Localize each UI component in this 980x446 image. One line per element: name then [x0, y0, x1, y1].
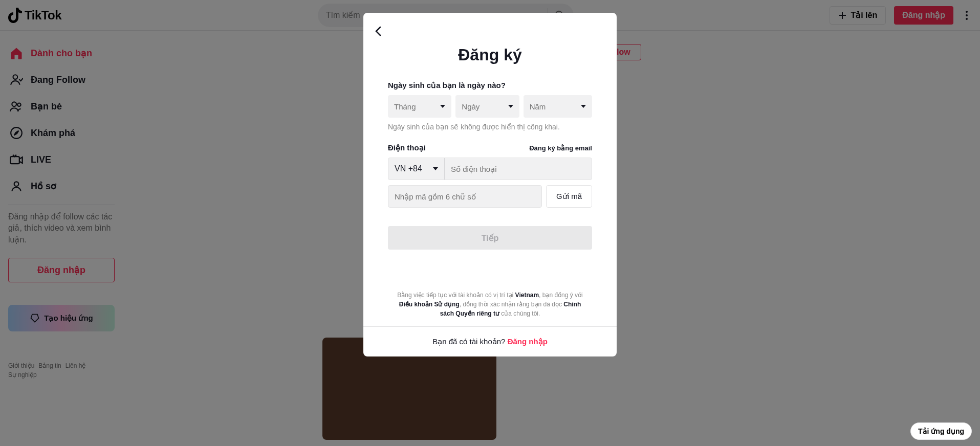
year-select[interactable]: Năm	[524, 95, 592, 118]
day-select[interactable]: Ngày	[455, 95, 519, 118]
year-placeholder: Năm	[530, 102, 546, 111]
caret-down-icon	[440, 105, 445, 108]
day-placeholder: Ngày	[462, 102, 480, 111]
send-code-button[interactable]: Gửi mã	[546, 185, 592, 208]
modal-footer: Bạn đã có tài khoản? Đăng nhập	[363, 326, 617, 356]
footer-question: Bạn đã có tài khoản?	[432, 337, 507, 346]
get-app-button[interactable]: Tải ứng dụng	[910, 422, 972, 440]
caret-down-icon	[433, 167, 438, 170]
legal-country: Vietnam	[515, 292, 539, 299]
next-button[interactable]: Tiếp	[388, 226, 592, 250]
phone-label: Điện thoại	[388, 143, 426, 152]
verification-code-input[interactable]	[388, 185, 542, 208]
dob-hint: Ngày sinh của bạn sẽ không được hiển thị…	[388, 123, 592, 131]
country-code-select[interactable]: VN +84	[388, 158, 445, 180]
signup-email-link[interactable]: Đăng ký bằng email	[529, 144, 592, 152]
phone-input[interactable]	[445, 158, 592, 180]
modal-overlay[interactable]: Đăng ký Ngày sinh của bạn là ngày nào? T…	[0, 0, 980, 446]
modal-title: Đăng ký	[388, 46, 592, 64]
chevron-left-icon	[373, 25, 385, 37]
month-placeholder: Tháng	[394, 102, 416, 111]
caret-down-icon	[581, 105, 586, 108]
month-select[interactable]: Tháng	[388, 95, 451, 118]
signup-modal: Đăng ký Ngày sinh của bạn là ngày nào? T…	[363, 13, 617, 356]
legal-text: Bằng việc tiếp tục với tài khoản có vị t…	[388, 291, 592, 318]
country-code-value: VN +84	[395, 164, 422, 173]
caret-down-icon	[508, 105, 513, 108]
back-button[interactable]	[373, 25, 385, 37]
dob-question-label: Ngày sinh của bạn là ngày nào?	[388, 81, 592, 90]
footer-login-link[interactable]: Đăng nhập	[508, 337, 548, 346]
terms-link[interactable]: Điều khoản Sử dụng	[399, 301, 460, 308]
